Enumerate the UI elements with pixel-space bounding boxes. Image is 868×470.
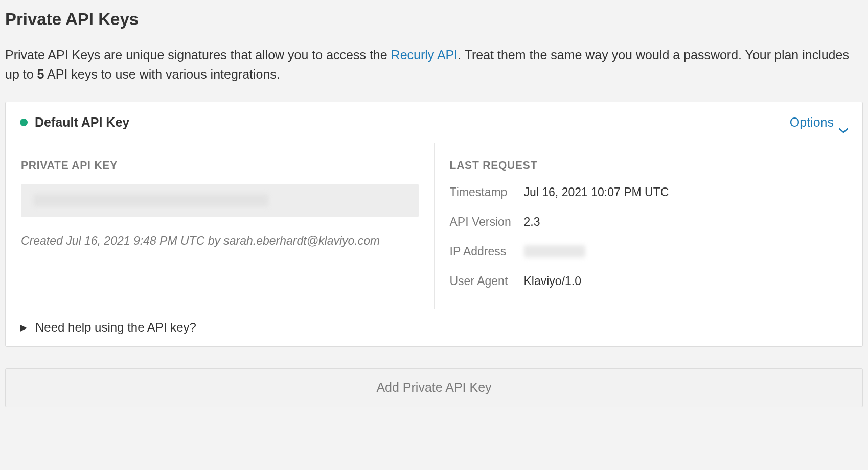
ip-address-label: IP Address	[450, 243, 514, 260]
private-key-label: PRIVATE API KEY	[21, 157, 419, 172]
status-dot-icon	[20, 119, 28, 126]
recurly-api-link[interactable]: Recurly API	[391, 48, 458, 62]
last-request-label: LAST REQUEST	[450, 157, 848, 172]
timestamp-value: Jul 16, 2021 10:07 PM UTC	[524, 184, 669, 200]
chevron-down-icon	[839, 120, 848, 125]
page-title: Private API Keys	[5, 8, 863, 31]
timestamp-row: Timestamp Jul 16, 2021 10:07 PM UTC	[450, 184, 848, 200]
help-text: Need help using the API key?	[35, 319, 196, 336]
add-private-api-key-button[interactable]: Add Private API Key	[5, 368, 863, 407]
desc-suffix: API keys to use with various integration…	[44, 67, 280, 81]
api-key-field[interactable]	[21, 184, 419, 217]
api-key-card: Default API Key Options PRIVATE API KEY …	[5, 102, 863, 347]
help-toggle[interactable]: ▶ Need help using the API key?	[6, 309, 862, 346]
user-agent-label: User Agent	[450, 273, 514, 289]
private-key-section: PRIVATE API KEY Created Jul 16, 2021 9:4…	[6, 143, 435, 309]
timestamp-label: Timestamp	[450, 184, 514, 200]
api-version-value: 2.3	[524, 214, 540, 230]
card-body: PRIVATE API KEY Created Jul 16, 2021 9:4…	[6, 143, 862, 309]
desc-prefix: Private API Keys are unique signatures t…	[5, 48, 391, 62]
page-description: Private API Keys are unique signatures t…	[5, 45, 863, 84]
add-button-label: Add Private API Key	[376, 379, 491, 396]
user-agent-value: Klaviyo/1.0	[524, 273, 582, 289]
options-dropdown[interactable]: Options	[790, 113, 848, 131]
user-agent-row: User Agent Klaviyo/1.0	[450, 273, 848, 289]
ip-address-row: IP Address	[450, 243, 848, 260]
card-title: Default API Key	[35, 113, 129, 131]
ip-redacted	[524, 245, 585, 257]
last-request-section: LAST REQUEST Timestamp Jul 16, 2021 10:0…	[435, 143, 863, 309]
disclosure-triangle-icon: ▶	[20, 321, 27, 334]
api-version-label: API Version	[450, 214, 514, 230]
ip-address-value	[524, 245, 585, 257]
api-version-row: API Version 2.3	[450, 214, 848, 230]
api-key-redacted	[33, 194, 268, 206]
options-label: Options	[790, 113, 834, 131]
created-text: Created Jul 16, 2021 9:48 PM UTC by sara…	[21, 232, 419, 249]
key-limit: 5	[37, 67, 44, 81]
card-header: Default API Key Options	[6, 102, 862, 143]
